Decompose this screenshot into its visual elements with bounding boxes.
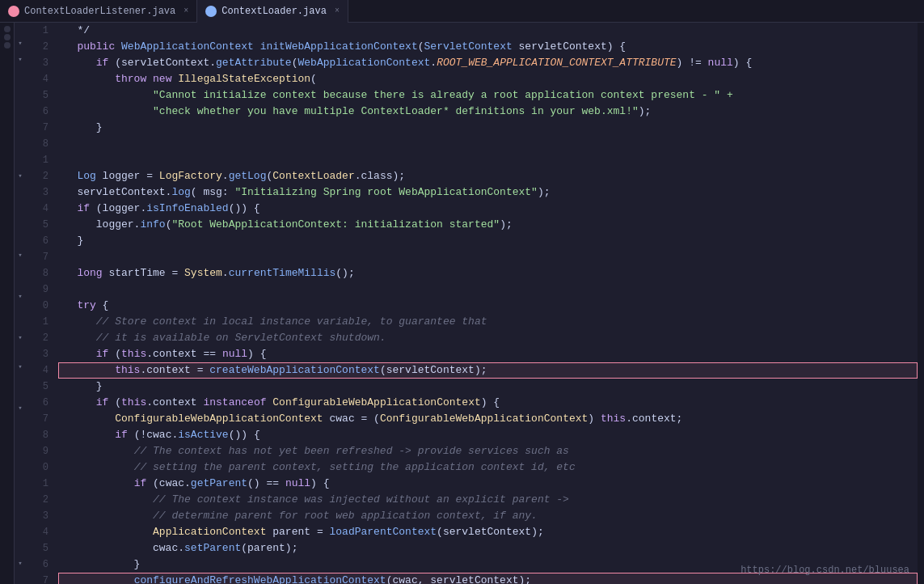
line-numbers: 12345678 1234567890123456789012345678901… — [26, 23, 55, 584]
code-segment: logger = — [96, 168, 159, 184]
code-segment — [58, 136, 77, 152]
fold-marker[interactable]: ▾ — [15, 36, 26, 52]
fold-marker[interactable]: ▾ — [15, 556, 26, 572]
line-number: 1 — [26, 152, 55, 168]
code-segment: isActive — [178, 427, 228, 443]
code-segment — [171, 71, 178, 87]
code-segment: ( — [418, 39, 424, 55]
code-line: logger.info("Root WebApplicationContext:… — [58, 217, 918, 233]
code-segment: if — [77, 201, 90, 217]
close-icon[interactable]: × — [335, 6, 340, 15]
fold-marker[interactable]: ▾ — [15, 359, 26, 375]
line-number: 5 — [26, 217, 55, 233]
fold-marker — [15, 264, 26, 277]
code-segment — [58, 55, 96, 71]
code-segment: IllegalStateException — [178, 71, 310, 87]
line-number: 1 — [26, 23, 55, 39]
code-segment — [58, 492, 153, 508]
code-segment: } — [58, 379, 103, 395]
fold-marker — [15, 184, 26, 197]
code-line — [58, 281, 918, 298]
fold-marker[interactable]: ▾ — [15, 330, 26, 346]
code-segment: ) { — [733, 55, 752, 71]
tab-context-loader-listener[interactable]: ContextLoaderListener.java × — [0, 0, 197, 23]
code-line: if (cwac.getParent() == null) { — [58, 476, 918, 492]
code-segment: */ — [58, 23, 90, 39]
fold-marker[interactable]: ▾ — [15, 289, 26, 305]
line-number: 1 — [26, 314, 55, 330]
line-number: 0 — [26, 459, 55, 476]
line-number: 3 — [26, 184, 55, 201]
code-segment — [58, 330, 96, 346]
code-segment: Log — [77, 168, 95, 184]
code-line: ConfigurableWebApplicationContext cwac =… — [58, 411, 918, 427]
line-number: 2 — [26, 168, 55, 184]
fold-marker[interactable]: ▾ — [15, 52, 26, 68]
line-number: 6 — [26, 556, 55, 573]
fold-marker — [15, 518, 26, 531]
code-segment: LogFactory — [159, 168, 222, 184]
code-segment: ( — [166, 217, 172, 233]
code-segment — [58, 476, 134, 492]
code-segment: ServletContext — [424, 39, 513, 55]
code-segment: (cwac, servletContext); — [386, 573, 531, 584]
fold-marker[interactable]: ▾ — [15, 400, 26, 417]
code-line: public WebApplicationContext initWebAppl… — [58, 39, 918, 55]
fold-marker — [15, 480, 26, 493]
fold-marker[interactable]: ▾ — [15, 248, 26, 264]
code-segment: (servletContext); — [380, 362, 487, 379]
code-editor[interactable]: */ public WebApplicationContext initWebA… — [55, 23, 918, 584]
code-segment: ( — [266, 168, 272, 184]
code-line: // Store context in local instance varia… — [58, 314, 918, 330]
code-line: Log logger = LogFactory.getLog(ContextLo… — [58, 168, 918, 184]
code-segment: if — [134, 476, 147, 492]
code-segment: getLog — [229, 168, 267, 184]
code-line: // setting the parent context, setting t… — [58, 459, 918, 476]
code-segment: if — [115, 427, 128, 443]
fold-marker — [15, 505, 26, 518]
code-segment — [58, 39, 77, 55]
code-segment: "Root WebApplicationContext: initializat… — [171, 217, 500, 233]
fold-marker — [15, 493, 26, 506]
code-segment: WebApplicationContext — [121, 39, 254, 55]
left-sidebar — [0, 23, 15, 584]
code-segment: setParent — [184, 540, 241, 556]
code-segment: ( — [108, 395, 121, 411]
code-line: // The context instance was injected wit… — [58, 492, 918, 508]
fold-marker — [15, 346, 26, 359]
code-segment: .context = — [140, 362, 209, 379]
code-segment: ConfigurableWebApplicationContext — [380, 411, 588, 427]
code-segment: ) { — [481, 395, 500, 411]
code-segment: loadParentContext — [329, 524, 437, 540]
fold-marker — [15, 93, 26, 106]
scrollbar[interactable] — [918, 23, 924, 584]
code-segment — [58, 508, 153, 524]
code-segment: ( — [310, 71, 317, 87]
code-segment — [58, 104, 153, 120]
code-segment: ) { — [247, 346, 266, 362]
code-segment: . — [222, 168, 229, 184]
fold-marker — [15, 455, 26, 468]
code-segment: "Initializing Spring root WebApplication… — [234, 184, 537, 201]
code-segment — [115, 39, 121, 55]
fold-marker[interactable]: ▾ — [15, 168, 26, 184]
fold-marker — [15, 197, 26, 210]
code-segment: throw — [115, 71, 146, 87]
tab-context-loader[interactable]: ContextLoader.java × — [197, 0, 348, 23]
fold-marker — [15, 209, 26, 222]
line-number: 9 — [26, 443, 55, 459]
line-number: 3 — [26, 346, 55, 362]
code-segment: WebApplicationContext — [297, 55, 430, 71]
line-number: 0 — [26, 298, 55, 314]
code-segment: { — [96, 298, 109, 314]
code-line: "Cannot initialize context because there… — [58, 87, 918, 104]
code-segment: cwac = ( — [323, 411, 380, 427]
code-line: servletContext.log( msg: "Initializing S… — [58, 184, 918, 201]
close-icon[interactable]: × — [184, 6, 188, 15]
code-line: this.context = createWebApplicationConte… — [58, 362, 918, 379]
code-segment: public — [77, 39, 115, 55]
line-number: 6 — [26, 104, 55, 120]
code-segment: currentTimeMillis — [229, 265, 336, 281]
fold-markers: ▾▾ ▾ ▾ ▾ ▾ ▾ ▾ ▾ — [15, 23, 26, 584]
fold-marker — [15, 222, 26, 235]
